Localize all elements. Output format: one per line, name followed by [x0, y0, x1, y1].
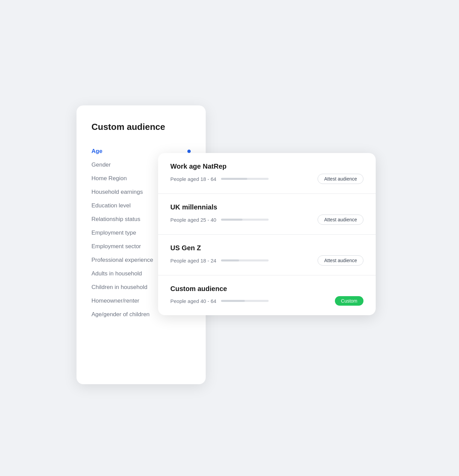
- right-panel: Work age NatRepPeople aged 18 - 64Attest…: [158, 153, 376, 315]
- audience-progress-fill: [221, 178, 247, 180]
- audience-row-us-gen-z: US Gen ZPeople aged 18 - 24Attest audien…: [158, 235, 376, 275]
- audience-meta: People aged 40 - 64Custom: [170, 296, 363, 306]
- audience-badge-uk-millennials[interactable]: Attest audience: [318, 215, 363, 225]
- audience-progress-fill: [221, 300, 245, 302]
- audience-progress-bar: [221, 259, 269, 261]
- audience-meta-left: People aged 18 - 24: [170, 258, 269, 264]
- audience-title: Custom audience: [170, 285, 363, 293]
- nav-item-label: Adults in household: [91, 270, 142, 277]
- nav-item-label: Gender: [91, 162, 111, 168]
- audience-meta-left: People aged 40 - 64: [170, 298, 269, 304]
- audience-meta: People aged 25 - 40Attest audience: [170, 215, 363, 225]
- audience-badge-work-age-natrep[interactable]: Attest audience: [318, 174, 363, 184]
- audience-progress-fill: [221, 219, 242, 221]
- nav-item-label: Employment type: [91, 230, 136, 236]
- nav-item-label: Professional experience: [91, 257, 153, 264]
- audience-age-label: People aged 40 - 64: [170, 298, 216, 304]
- audience-meta: People aged 18 - 64Attest audience: [170, 174, 363, 184]
- audience-row-custom-audience: Custom audiencePeople aged 40 - 64Custom: [158, 275, 376, 315]
- audience-progress-bar: [221, 300, 269, 302]
- nav-item-label: Age: [91, 148, 102, 155]
- nav-item-label: Home Region: [91, 175, 127, 182]
- audience-progress-bar: [221, 219, 269, 221]
- audience-title: Work age NatRep: [170, 163, 363, 170]
- nav-active-dot: [187, 150, 191, 153]
- left-panel-title: Custom audience: [91, 122, 191, 132]
- nav-item-label: Household earnings: [91, 189, 143, 196]
- audience-age-label: People aged 25 - 40: [170, 217, 216, 223]
- audience-badge-us-gen-z[interactable]: Attest audience: [318, 255, 363, 266]
- audience-badge-custom-audience[interactable]: Custom: [335, 296, 363, 306]
- nav-item-label: Relationship status: [91, 216, 140, 223]
- audience-progress-fill: [221, 259, 239, 261]
- audience-meta-left: People aged 25 - 40: [170, 217, 269, 223]
- audience-progress-bar: [221, 178, 269, 180]
- audience-age-label: People aged 18 - 24: [170, 258, 216, 264]
- nav-item-label: Education level: [91, 202, 131, 209]
- nav-item-label: Homeowner/renter: [91, 298, 139, 304]
- nav-item-label: Employment sector: [91, 243, 141, 250]
- audience-row-uk-millennials: UK millennialsPeople aged 25 - 40Attest …: [158, 194, 376, 235]
- audience-title: UK millennials: [170, 203, 363, 211]
- audience-age-label: People aged 18 - 64: [170, 176, 216, 182]
- audience-title: US Gen Z: [170, 244, 363, 252]
- audience-meta: People aged 18 - 24Attest audience: [170, 255, 363, 266]
- audience-row-work-age-natrep: Work age NatRepPeople aged 18 - 64Attest…: [158, 153, 376, 194]
- nav-item-label: Age/gender of children: [91, 311, 150, 318]
- audience-meta-left: People aged 18 - 64: [170, 176, 269, 182]
- nav-item-label: Children in household: [91, 284, 147, 291]
